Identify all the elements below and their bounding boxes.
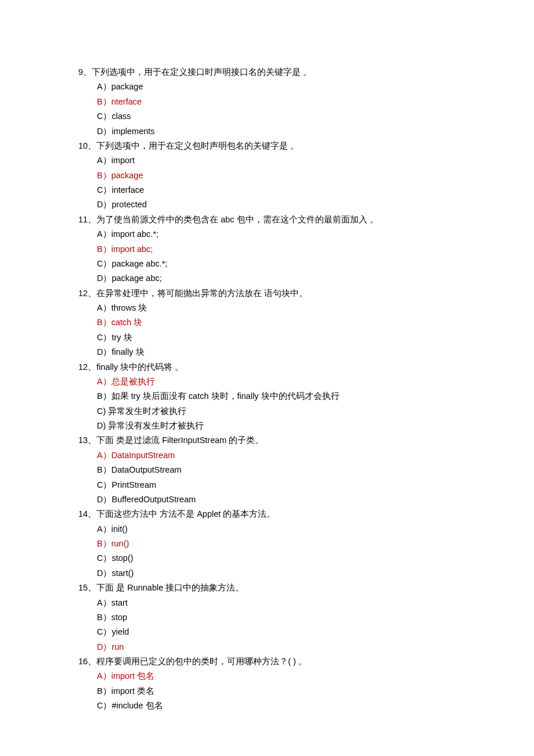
- question-text: 在异常处理中，将可能抛出异常的方法放在 语句块中。: [96, 289, 308, 298]
- option-line: C）package abc.*;: [78, 257, 456, 271]
- question-number: 15、: [78, 583, 96, 592]
- question-number: 10、: [78, 141, 96, 150]
- option-line: C）PrintStream: [78, 478, 456, 492]
- option-line: B）nterface: [78, 95, 456, 109]
- document-page: 9、下列选项中，用于在定义接口时声明接口名的关键字是 。A）packageB）n…: [0, 0, 534, 714]
- option-line: D）start(): [78, 566, 456, 581]
- option-line: A）import: [78, 153, 456, 168]
- question-text: 下面 是 Runnable 接口中的抽象方法。: [96, 583, 244, 592]
- question-stem: 12、在异常处理中，将可能抛出异常的方法放在 语句块中。: [78, 286, 456, 301]
- question-text: finally 块中的代码将 。: [96, 362, 183, 372]
- option-line: D）implements: [78, 124, 456, 139]
- question-number: 13、: [78, 435, 96, 445]
- question-stem: 10、下列选项中，用于在定义包时声明包名的关键字是 。: [78, 139, 456, 153]
- question-stem: 11、为了使当前源文件中的类包含在 abc 包中，需在这个文件的最前面加入 。: [78, 213, 456, 227]
- option-line: A）package: [78, 80, 456, 94]
- question-number: 12、: [78, 289, 96, 298]
- question-number: 12、: [78, 362, 96, 372]
- option-line: A）import 包名: [78, 669, 456, 683]
- question-stem: 15、下面 是 Runnable 接口中的抽象方法。: [78, 581, 456, 595]
- option-line: C）stop(): [78, 551, 456, 566]
- question-stem: 12、finally 块中的代码将 。: [78, 360, 456, 375]
- question-stem: 14、下面这些方法中 方法不是 Applet 的基本方法。: [78, 507, 456, 521]
- option-line: C）try 块: [78, 330, 456, 345]
- option-line: D）BufferedOutputStream: [78, 492, 456, 507]
- option-line: B）import abc;: [78, 242, 456, 257]
- question-text: 下列选项中，用于在定义接口时声明接口名的关键字是 。: [92, 67, 312, 77]
- option-line: A）import abc.*;: [78, 227, 456, 242]
- question-text: 为了使当前源文件中的类包含在 abc 包中，需在这个文件的最前面加入 。: [96, 215, 378, 224]
- question-number: 9、: [78, 67, 92, 77]
- option-line: B）stop: [78, 610, 456, 625]
- question-stem: 13、下面 类是过滤流 FilterInputStream 的子类。: [78, 433, 456, 448]
- option-line: D）finally 块: [78, 345, 456, 359]
- question-text: 下面这些方法中 方法不是 Applet 的基本方法。: [96, 509, 275, 519]
- option-line: B）package: [78, 168, 456, 183]
- option-line: B）catch 块: [78, 315, 456, 330]
- option-line: C）yield: [78, 625, 456, 639]
- option-line: C）class: [78, 109, 456, 124]
- option-line: C）#include 包名: [78, 699, 456, 713]
- question-text: 下面 类是过滤流 FilterInputStream 的子类。: [96, 435, 264, 445]
- question-text: 程序要调用已定义的包中的类时，可用哪种方法？( ) 。: [96, 657, 307, 666]
- question-number: 16、: [78, 657, 96, 666]
- option-line: D) 异常没有发生时才被执行: [78, 419, 456, 433]
- option-line: B）如果 try 块后面没有 catch 块时，finally 块中的代码才会执…: [78, 389, 456, 404]
- option-line: B）import 类名: [78, 684, 456, 699]
- question-number: 14、: [78, 509, 96, 519]
- option-line: A）throws 块: [78, 301, 456, 315]
- question-number: 11、: [78, 215, 96, 224]
- question-stem: 9、下列选项中，用于在定义接口时声明接口名的关键字是 。: [78, 65, 456, 80]
- option-line: A）DataInputStream: [78, 448, 456, 463]
- option-line: A）start: [78, 596, 456, 610]
- question-stem: 16、程序要调用已定义的包中的类时，可用哪种方法？( ) 。: [78, 654, 456, 669]
- option-line: B）run(): [78, 537, 456, 551]
- option-line: C）interface: [78, 183, 456, 197]
- option-line: D）package abc;: [78, 271, 456, 286]
- option-line: D）protected: [78, 197, 456, 212]
- option-line: B）DataOutputStream: [78, 463, 456, 477]
- option-line: C) 异常发生时才被执行: [78, 404, 456, 419]
- option-line: A）总是被执行: [78, 375, 456, 389]
- question-text: 下列选项中，用于在定义包时声明包名的关键字是 。: [96, 141, 299, 150]
- option-line: D）run: [78, 640, 456, 654]
- option-line: A）init(): [78, 522, 456, 537]
